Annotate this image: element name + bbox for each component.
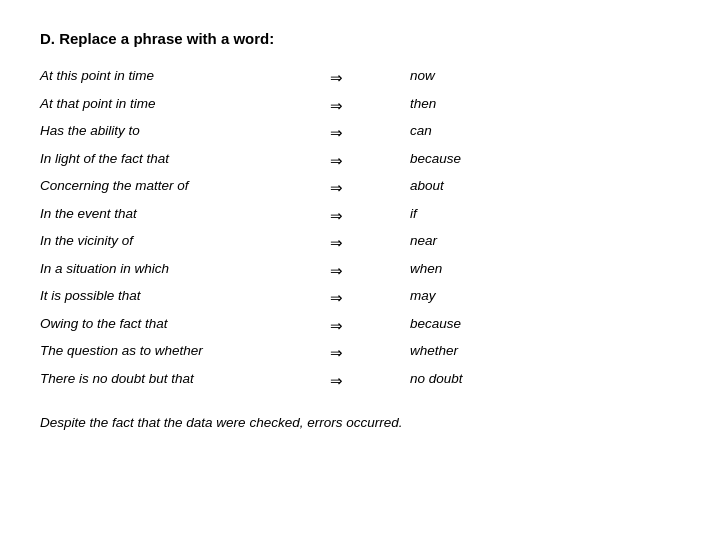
arrow-cell: ⇒: [320, 65, 400, 91]
word-cell: now: [400, 65, 600, 91]
word-cell: when: [400, 258, 600, 284]
word-cell: no doubt: [400, 368, 600, 394]
arrow-cell: ⇒: [320, 368, 400, 394]
title: D. Replace a phrase with a word:: [40, 30, 680, 47]
word-cell: can: [400, 120, 600, 146]
word-cell: may: [400, 285, 600, 311]
phrase-cell: At that point in time: [40, 93, 320, 119]
arrow-cell: ⇒: [320, 175, 400, 201]
arrow-cell: ⇒: [320, 340, 400, 366]
arrow-cell: ⇒: [320, 93, 400, 119]
phrase-cell: The question as to whether: [40, 340, 320, 366]
word-cell: about: [400, 175, 600, 201]
example-sentence: Despite the fact that the data were chec…: [40, 415, 680, 430]
word-cell: if: [400, 203, 600, 229]
arrow-cell: ⇒: [320, 120, 400, 146]
word-cell: then: [400, 93, 600, 119]
phrase-cell: At this point in time: [40, 65, 320, 91]
phrase-cell: Has the ability to: [40, 120, 320, 146]
word-cell: because: [400, 313, 600, 339]
arrow-cell: ⇒: [320, 203, 400, 229]
phrase-cell: Concerning the matter of: [40, 175, 320, 201]
arrow-cell: ⇒: [320, 285, 400, 311]
phrase-cell: In a situation in which: [40, 258, 320, 284]
phrase-cell: There is no doubt but that: [40, 368, 320, 394]
word-cell: whether: [400, 340, 600, 366]
phrase-cell: In the vicinity of: [40, 230, 320, 256]
arrow-cell: ⇒: [320, 313, 400, 339]
arrow-cell: ⇒: [320, 148, 400, 174]
phrase-cell: Owing to the fact that: [40, 313, 320, 339]
phrase-table: At this point in time⇒nowAt that point i…: [40, 65, 680, 393]
arrow-cell: ⇒: [320, 230, 400, 256]
arrow-cell: ⇒: [320, 258, 400, 284]
phrase-cell: In the event that: [40, 203, 320, 229]
word-cell: because: [400, 148, 600, 174]
word-cell: near: [400, 230, 600, 256]
phrase-cell: In light of the fact that: [40, 148, 320, 174]
phrase-cell: It is possible that: [40, 285, 320, 311]
